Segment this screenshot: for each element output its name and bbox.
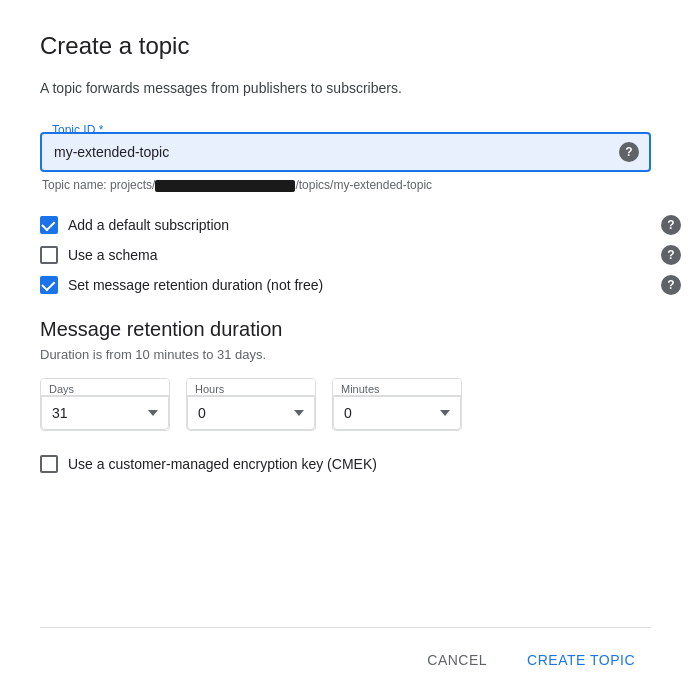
hours-select[interactable]: 0 — [187, 396, 315, 430]
topic-name-hint: Topic name: projects//topics/my-extended… — [40, 178, 651, 192]
dialog-title: Create a topic — [40, 32, 651, 60]
topic-id-input-wrapper: ? — [40, 132, 651, 172]
days-field: Days 31 — [40, 378, 170, 431]
days-field-border: Days 31 — [40, 378, 170, 431]
redacted-project-id — [155, 180, 295, 192]
use-schema-row: Use a schema ? — [40, 246, 651, 264]
retention-section-title: Message retention duration — [40, 318, 651, 341]
days-label: Days — [41, 379, 169, 396]
add-subscription-checkbox[interactable] — [40, 216, 58, 234]
cmek-section: Use a customer-managed encryption key (C… — [40, 455, 651, 473]
create-topic-button[interactable]: CREATE TOPIC — [511, 644, 651, 676]
cmek-row: Use a customer-managed encryption key (C… — [40, 455, 651, 473]
hours-label: Hours — [187, 379, 315, 396]
add-subscription-label: Add a default subscription — [68, 217, 229, 233]
create-topic-dialog: Create a topic A topic forwards messages… — [0, 0, 691, 700]
days-value: 31 — [52, 405, 68, 421]
minutes-dropdown-arrow-icon — [440, 410, 450, 416]
minutes-select[interactable]: 0 — [333, 396, 461, 430]
options-checkboxes: Add a default subscription ? Use a schem… — [40, 216, 651, 294]
hours-field-border: Hours 0 — [186, 378, 316, 431]
use-schema-label: Use a schema — [68, 247, 157, 263]
minutes-field-border: Minutes 0 — [332, 378, 462, 431]
cmek-label: Use a customer-managed encryption key (C… — [68, 456, 377, 472]
dialog-actions: CANCEL CREATE TOPIC — [40, 627, 651, 676]
use-schema-checkbox[interactable] — [40, 246, 58, 264]
minutes-field: Minutes 0 — [332, 378, 462, 431]
duration-fields-row: Days 31 Hours 0 Minute — [40, 378, 651, 431]
hours-dropdown-arrow-icon — [294, 410, 304, 416]
dialog-description: A topic forwards messages from publisher… — [40, 80, 651, 96]
retention-section-hint: Duration is from 10 minutes to 31 days. — [40, 347, 651, 362]
add-subscription-help-icon[interactable]: ? — [661, 215, 681, 235]
days-dropdown-arrow-icon — [148, 410, 158, 416]
hours-field: Hours 0 — [186, 378, 316, 431]
use-schema-help-icon[interactable]: ? — [661, 245, 681, 265]
set-retention-checkbox[interactable] — [40, 276, 58, 294]
set-retention-row: Set message retention duration (not free… — [40, 276, 651, 294]
cmek-checkbox[interactable] — [40, 455, 58, 473]
minutes-value: 0 — [344, 405, 352, 421]
set-retention-label: Set message retention duration (not free… — [68, 277, 323, 293]
days-select[interactable]: 31 — [41, 396, 169, 430]
retention-section: Message retention duration Duration is f… — [40, 318, 651, 455]
hours-value: 0 — [198, 405, 206, 421]
set-retention-help-icon[interactable]: ? — [661, 275, 681, 295]
minutes-label: Minutes — [333, 379, 461, 396]
cancel-button[interactable]: CANCEL — [411, 644, 503, 676]
topic-id-field: Topic ID * ? Topic name: projects//topic… — [40, 132, 651, 212]
add-subscription-row: Add a default subscription ? — [40, 216, 651, 234]
topic-id-input[interactable] — [54, 144, 609, 160]
topic-id-help-icon[interactable]: ? — [619, 142, 639, 162]
